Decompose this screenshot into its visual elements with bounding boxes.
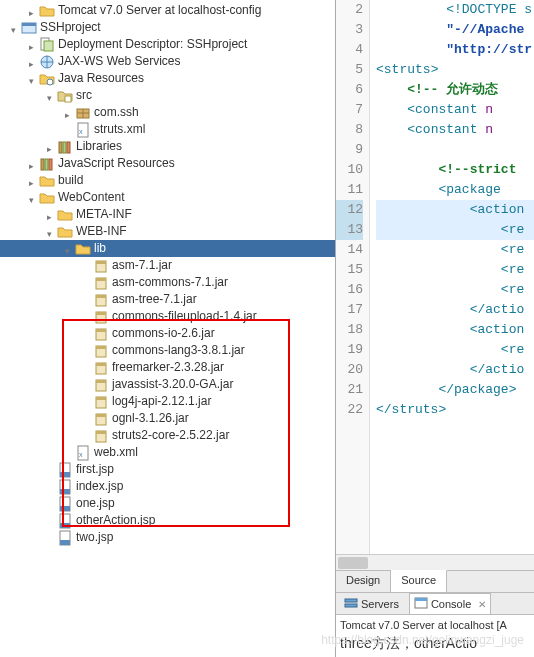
tree-item[interactable]: struts2-core-2.5.22.jar [0, 427, 335, 444]
editor-area[interactable]: 2345678910111213141516171819202122 <!DOC… [336, 0, 534, 570]
code-line[interactable]: "-//Apache [376, 20, 534, 40]
code-line[interactable]: <package [376, 180, 534, 200]
tree-item[interactable]: commons-lang3-3.8.1.jar [0, 342, 335, 359]
code-token: constant [415, 102, 477, 117]
tree-item[interactable]: commons-fileupload-1.4.jar [0, 308, 335, 325]
scrollbar-thumb[interactable] [338, 557, 368, 569]
tree-item[interactable]: asm-tree-7.1.jar [0, 291, 335, 308]
code-line[interactable]: <action [376, 320, 534, 340]
code-line[interactable]: <constant n [376, 100, 534, 120]
code-line[interactable]: <action [376, 200, 534, 220]
server-status-line[interactable]: Tomcat v7.0 Server at localhost [A [340, 617, 530, 633]
svg-text:x: x [79, 451, 83, 458]
tree-item[interactable]: ▸Deployment Descriptor: SSHproject [0, 36, 335, 53]
tree-item[interactable]: ▸Libraries [0, 138, 335, 155]
tree-item[interactable]: two.jsp [0, 529, 335, 546]
tree-item[interactable]: ▾SSHproject [0, 19, 335, 36]
code-token: re [509, 342, 525, 357]
arrow-placeholder [80, 379, 91, 390]
code-line[interactable] [376, 140, 534, 160]
tree-item[interactable]: asm-commons-7.1.jar [0, 274, 335, 291]
jar-icon [93, 360, 109, 376]
code-token [376, 262, 501, 277]
xml-icon: x [75, 445, 91, 461]
chevron-right-icon[interactable]: ▸ [26, 56, 37, 67]
chevron-right-icon[interactable]: ▸ [62, 107, 73, 118]
chevron-right-icon[interactable]: ▸ [44, 141, 55, 152]
arrow-placeholder [80, 277, 91, 288]
lib-icon [39, 156, 55, 172]
tab-design[interactable]: Design [336, 571, 391, 592]
view-servers-label: Servers [361, 598, 399, 610]
tree-item[interactable]: ▸Tomcat v7.0 Server at localhost-config [0, 2, 335, 19]
code-line[interactable]: </package> [376, 380, 534, 400]
bottom-views-bar[interactable]: Servers Console ✕ [336, 592, 534, 614]
tab-source[interactable]: Source [391, 570, 447, 592]
code-line[interactable]: <constant n [376, 120, 534, 140]
chevron-down-icon[interactable]: ▾ [44, 90, 55, 101]
tree-item[interactable]: ▾lib [0, 240, 335, 257]
tree-item[interactable]: ▾src [0, 87, 335, 104]
code-token: actio [485, 362, 524, 377]
tree-item[interactable]: ognl-3.1.26.jar [0, 410, 335, 427]
tree-item[interactable]: ▾WebContent [0, 189, 335, 206]
code-line[interactable]: <re [376, 340, 534, 360]
tree-item[interactable]: ▸build [0, 172, 335, 189]
svg-rect-43 [60, 489, 70, 494]
jar-icon [93, 326, 109, 342]
code-token: constant [415, 122, 477, 137]
chevron-down-icon[interactable]: ▾ [62, 243, 73, 254]
code-token [376, 302, 470, 317]
chevron-right-icon[interactable]: ▸ [44, 209, 55, 220]
editor-horizontal-scrollbar[interactable] [336, 554, 534, 570]
tree-item[interactable]: ▾WEB-INF [0, 223, 335, 240]
srcfolder-icon [57, 88, 73, 104]
chevron-right-icon[interactable]: ▸ [26, 175, 37, 186]
editor-bottom-tabs[interactable]: Design Source [336, 570, 534, 592]
tree-item[interactable]: xweb.xml [0, 444, 335, 461]
tree-item[interactable]: freemarker-2.3.28.jar [0, 359, 335, 376]
code-line[interactable]: <re [376, 260, 534, 280]
tree-item[interactable]: one.jsp [0, 495, 335, 512]
code-line[interactable]: <!--strict [376, 160, 534, 180]
tree-item[interactable]: first.jsp [0, 461, 335, 478]
code-line[interactable]: <re [376, 220, 534, 240]
chevron-right-icon[interactable]: ▸ [26, 39, 37, 50]
tree-item[interactable]: ▸com.ssh [0, 104, 335, 121]
line-number: 9 [336, 140, 363, 160]
tree-item-label: commons-io-2.6.jar [112, 325, 215, 342]
code-line[interactable]: </actio [376, 300, 534, 320]
code-line[interactable]: </actio [376, 360, 534, 380]
chevron-down-icon[interactable]: ▾ [44, 226, 55, 237]
code-line[interactable]: <!-- 允许动态 [376, 80, 534, 100]
close-icon[interactable]: ✕ [478, 599, 486, 610]
tree-item[interactable]: ▾Java Resources [0, 70, 335, 87]
editor-code[interactable]: <!DOCTYPE s "-//Apache "http://str<strut… [370, 0, 534, 570]
code-line[interactable]: "http://str [376, 40, 534, 60]
line-number: 15 [336, 260, 363, 280]
tree-item[interactable]: asm-7.1.jar [0, 257, 335, 274]
chevron-down-icon[interactable]: ▾ [26, 192, 37, 203]
tree-item[interactable]: javassist-3.20.0-GA.jar [0, 376, 335, 393]
chevron-down-icon[interactable]: ▾ [26, 73, 37, 84]
view-servers[interactable]: Servers [340, 594, 403, 614]
code-line[interactable]: <struts> [376, 60, 534, 80]
tree-item[interactable]: log4j-api-2.12.1.jar [0, 393, 335, 410]
project-explorer[interactable]: ▸Tomcat v7.0 Server at localhost-config▾… [0, 0, 335, 657]
tree-item[interactable]: ▸JavaScript Resources [0, 155, 335, 172]
code-line[interactable]: <re [376, 280, 534, 300]
tree-item[interactable]: index.jsp [0, 478, 335, 495]
tree-item[interactable]: ▸JAX-WS Web Services [0, 53, 335, 70]
chevron-right-icon[interactable]: ▸ [26, 158, 37, 169]
project-tree[interactable]: ▸Tomcat v7.0 Server at localhost-config▾… [0, 2, 335, 546]
tree-item[interactable]: ▸META-INF [0, 206, 335, 223]
code-line[interactable]: <re [376, 240, 534, 260]
tree-item[interactable]: otherAction.jsp [0, 512, 335, 529]
code-line[interactable]: <!DOCTYPE s [376, 0, 534, 20]
chevron-down-icon[interactable]: ▾ [8, 22, 19, 33]
view-console[interactable]: Console ✕ [409, 593, 491, 614]
code-line[interactable]: </struts> [376, 400, 534, 420]
chevron-right-icon[interactable]: ▸ [26, 5, 37, 16]
tree-item[interactable]: xstruts.xml [0, 121, 335, 138]
tree-item[interactable]: commons-io-2.6.jar [0, 325, 335, 342]
